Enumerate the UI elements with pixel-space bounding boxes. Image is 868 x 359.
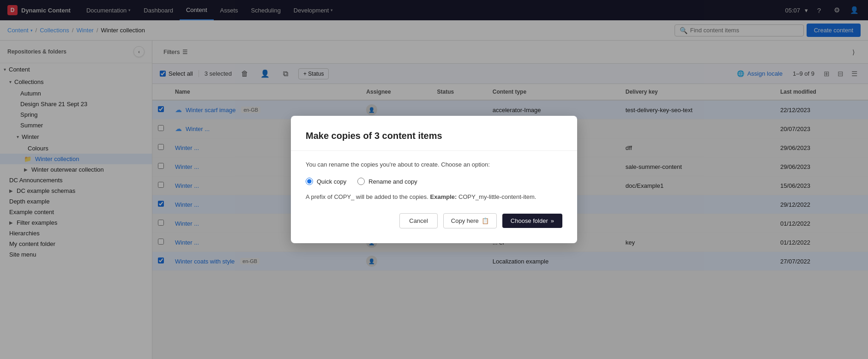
modal-note-bold: Example: bbox=[430, 193, 457, 200]
choose-folder-button[interactable]: Choose folder » bbox=[502, 214, 562, 228]
cancel-button[interactable]: Cancel bbox=[399, 213, 437, 228]
modal-title: Make copies of 3 content items bbox=[306, 131, 562, 141]
modal-radio-group: Quick copy Rename and copy bbox=[306, 178, 562, 185]
modal-divider bbox=[291, 150, 577, 151]
modal-footer: Cancel Copy here 📋 Choose folder » bbox=[306, 213, 562, 228]
quick-copy-option[interactable]: Quick copy bbox=[306, 178, 346, 185]
modal-description: You can rename the copies you're about t… bbox=[306, 160, 562, 170]
modal-note: A prefix of COPY_ will be added to the c… bbox=[306, 193, 562, 200]
quick-copy-radio[interactable] bbox=[306, 178, 313, 185]
copy-here-button[interactable]: Copy here 📋 bbox=[443, 213, 497, 228]
rename-and-copy-option[interactable]: Rename and copy bbox=[357, 178, 417, 185]
rename-copy-radio[interactable] bbox=[357, 178, 365, 185]
copy-dialog: Make copies of 3 content items You can r… bbox=[291, 116, 577, 244]
copy-here-icon: 📋 bbox=[482, 217, 489, 224]
arrow-icon: » bbox=[551, 217, 554, 224]
modal-overlay: Make copies of 3 content items You can r… bbox=[0, 0, 868, 359]
